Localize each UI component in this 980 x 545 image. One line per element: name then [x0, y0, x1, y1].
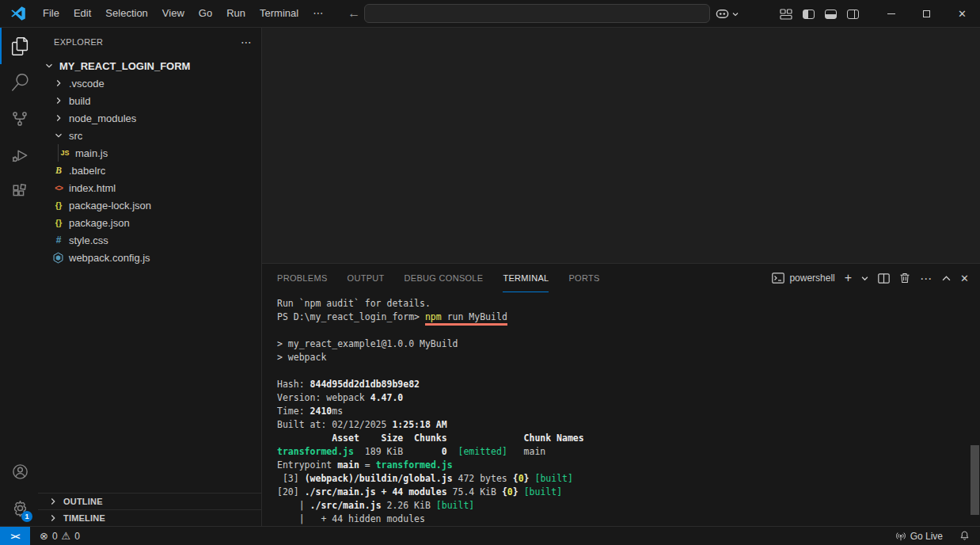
- tree-item-package-json[interactable]: {}package.json: [38, 214, 261, 231]
- tree-item-package-lock-json[interactable]: {}package-lock.json: [38, 196, 261, 214]
- terminal-line: Built at: 02/12/2025 1:25:18 AM: [277, 418, 967, 432]
- terminal-line: Entrypoint main = transformed.js: [277, 459, 967, 472]
- menu-go[interactable]: Go: [192, 4, 219, 23]
- tree-item-src[interactable]: src: [38, 127, 261, 144]
- tree-item-webpack-config-js[interactable]: webpack.config.js: [38, 249, 261, 266]
- tree-item-label: package.json: [69, 217, 130, 229]
- tree-item-main-js[interactable]: JSmain.js: [38, 144, 261, 162]
- file-tree: MY_REACT_LOGIN_FORM .vscodebuildnode_mod…: [38, 55, 261, 493]
- terminal-line: [20] ./src/main.js + 44 modules 75.4 KiB…: [277, 486, 967, 499]
- new-terminal-icon[interactable]: +: [845, 272, 852, 284]
- explorer-title: EXPLORER: [54, 37, 103, 47]
- chevron-collapsed-icon: [52, 78, 65, 89]
- launch-profile-chevron-icon[interactable]: [861, 275, 868, 282]
- toggle-primary-sidebar-icon[interactable]: [803, 10, 815, 19]
- toggle-panel-icon[interactable]: [825, 10, 837, 19]
- tree-root-folder[interactable]: MY_REACT_LOGIN_FORM: [38, 57, 261, 74]
- tree-item-label: main.js: [75, 147, 108, 159]
- close-panel-icon[interactable]: ✕: [960, 273, 969, 284]
- panel-tab-ports[interactable]: PORTS: [568, 264, 599, 292]
- menu-file[interactable]: File: [36, 4, 66, 23]
- warnings-icon: ⚠: [62, 531, 71, 541]
- terminal-line: | + 44 hidden modules: [277, 513, 967, 526]
- panel-tab-output[interactable]: OUTPUT: [348, 264, 385, 292]
- panel-tab-debug-console[interactable]: DEBUG CONSOLE: [405, 264, 484, 292]
- editor-empty-area[interactable]: [262, 28, 980, 263]
- chevron-down-icon: [732, 11, 739, 17]
- menu-edit[interactable]: Edit: [66, 4, 98, 23]
- menu-view[interactable]: View: [155, 4, 192, 23]
- chevron-expanded-icon: [52, 130, 65, 141]
- toggle-secondary-sidebar-icon[interactable]: [847, 10, 859, 19]
- tree-item--babelrc[interactable]: B.babelrc: [38, 162, 261, 179]
- tree-item-label: package-lock.json: [69, 200, 151, 212]
- menu-selection[interactable]: Selection: [98, 4, 154, 23]
- tree-item-index-html[interactable]: <>index.html: [38, 179, 261, 196]
- menu-more-icon[interactable]: ⋯: [306, 4, 330, 23]
- terminal-scrollbar[interactable]: [971, 445, 979, 515]
- panel-tab-terminal[interactable]: TERMINAL: [503, 264, 549, 292]
- webpack-file-icon: [52, 252, 65, 264]
- activity-source-control-icon[interactable]: [0, 101, 38, 137]
- chevron-collapsed-icon: [52, 95, 65, 106]
- terminal-line: [3] (webpack)/buildin/global.js 472 byte…: [277, 472, 967, 486]
- tree-item-build[interactable]: build: [38, 92, 261, 109]
- tree-item-label: index.html: [69, 182, 116, 194]
- problems-status[interactable]: ⊗ 0 ⚠ 0: [40, 531, 80, 542]
- terminal-line: PS D:\my_react_login_form> npm run MyBui…: [277, 311, 967, 324]
- tree-item--vscode[interactable]: .vscode: [38, 74, 261, 92]
- tree-item-style-css[interactable]: #style.css: [38, 231, 261, 249]
- section-outline[interactable]: OUTLINE: [38, 493, 261, 509]
- html-file-icon: <>: [52, 184, 65, 192]
- tree-item-label: node_modules: [69, 112, 136, 124]
- vscode-logo-icon: [10, 6, 26, 21]
- menu-terminal[interactable]: Terminal: [253, 4, 306, 23]
- chevron-collapsed-icon: [47, 513, 59, 524]
- terminal-line: | ./src/main.js 2.26 KiB [built]: [277, 499, 967, 513]
- activity-run-debug-icon[interactable]: [0, 137, 38, 173]
- tree-item-node-modules[interactable]: node_modules: [38, 109, 261, 127]
- chevron-collapsed-icon: [52, 112, 65, 124]
- nav-back-icon[interactable]: ←: [348, 6, 360, 21]
- settings-gear-icon[interactable]: 1: [0, 490, 38, 526]
- go-live-label: Go Live: [910, 531, 943, 542]
- section-timeline[interactable]: TIMELINE: [38, 509, 261, 526]
- tree-item-label: .babelrc: [69, 165, 105, 177]
- split-terminal-icon[interactable]: [878, 273, 890, 284]
- shell-selector[interactable]: powershell: [772, 272, 834, 284]
- powershell-terminal-icon: [772, 272, 784, 284]
- terminal-line: Run `npm audit` for details.: [277, 297, 967, 311]
- tree-item-label: webpack.config.js: [69, 252, 150, 264]
- json-file-icon: {}: [52, 200, 65, 210]
- remote-indicator[interactable]: ><: [0, 527, 30, 545]
- section-label: OUTLINE: [63, 497, 103, 506]
- activity-bar: 1: [0, 28, 38, 526]
- explorer-sidebar: EXPLORER ⋯ MY_REACT_LOGIN_FORM .vscodebu…: [38, 28, 262, 526]
- activity-extensions-icon[interactable]: [0, 173, 38, 210]
- settings-badge: 1: [21, 511, 32, 522]
- chevron-collapsed-icon: [47, 496, 59, 507]
- terminal-line: Time: 2410ms: [277, 405, 967, 418]
- tree-item-label: src: [69, 130, 82, 142]
- terminal-line: Hash: 844d95dd2d1db89b9e82: [277, 378, 967, 391]
- maximize-panel-icon[interactable]: [942, 275, 951, 282]
- accounts-icon[interactable]: [0, 453, 38, 490]
- panel-more-actions-icon[interactable]: ⋯: [920, 272, 933, 284]
- terminal-output[interactable]: Run `npm audit` for details.PS D:\my_rea…: [262, 292, 980, 526]
- notifications-bell-icon[interactable]: [959, 530, 971, 542]
- panel-tab-problems[interactable]: PROBLEMS: [277, 264, 328, 292]
- minimize-button[interactable]: [873, 0, 909, 28]
- copilot-menu[interactable]: [715, 6, 739, 21]
- menu-run[interactable]: Run: [219, 4, 253, 23]
- status-bar: >< ⊗ 0 ⚠ 0 Go Live: [0, 526, 980, 545]
- terminal-line: > my_react_example1@1.0.0 MyBuild: [277, 337, 967, 351]
- explorer-more-actions-icon[interactable]: ⋯: [241, 36, 252, 48]
- kill-terminal-trash-icon[interactable]: [899, 272, 910, 284]
- go-live-button[interactable]: Go Live: [895, 531, 943, 542]
- maximize-button[interactable]: [909, 0, 944, 28]
- activity-search-icon[interactable]: [0, 64, 38, 101]
- customize-layout-icon[interactable]: [780, 9, 792, 20]
- close-button[interactable]: ✕: [944, 0, 980, 28]
- activity-explorer-icon[interactable]: [0, 28, 38, 64]
- command-center-search[interactable]: [364, 4, 710, 23]
